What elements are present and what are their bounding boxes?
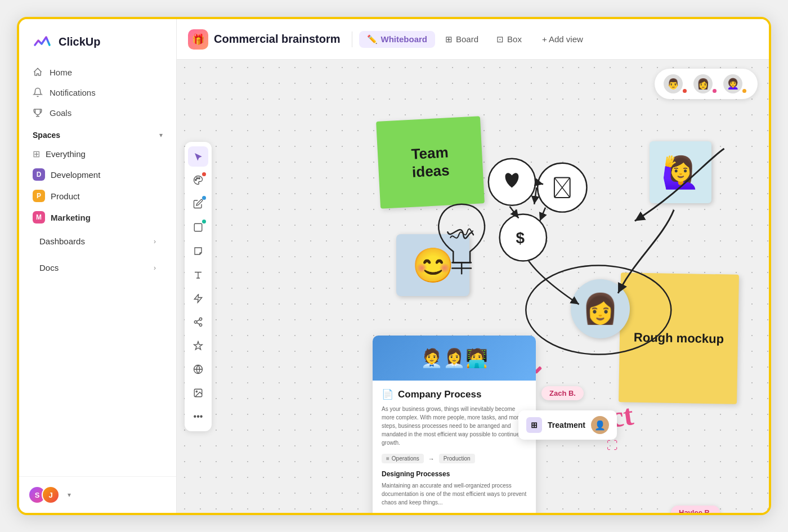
avatar1-status-dot <box>683 89 687 93</box>
svg-point-11 <box>538 163 586 212</box>
tool-share[interactable] <box>188 312 208 332</box>
palette-dot <box>202 172 206 176</box>
cursor-icon: ⛶ <box>607 439 618 452</box>
home-label: Home <box>50 68 72 77</box>
pencil-tool-icon <box>193 199 203 209</box>
flow-from: ≡ Operations <box>382 454 424 463</box>
svg-point-1 <box>196 177 198 178</box>
sidebar-item-everything[interactable]: ⊞ Everything <box>26 144 169 164</box>
zach-label-badge: Zach B. <box>541 386 584 400</box>
sidebar-item-home[interactable]: Home <box>26 62 169 82</box>
man-face-icon: 😊 <box>412 245 454 285</box>
project-icon: 🎁 <box>188 29 208 50</box>
topbar-brand: 🎁 Commercial brainstorm <box>188 29 341 50</box>
view-tabs: ✏️ Whiteboard ⊞ Board ⊡ Box + Add view <box>359 31 591 48</box>
grid-icon: ⊞ <box>33 149 40 159</box>
spaces-chevron-icon: ▾ <box>159 131 163 139</box>
home-icon <box>33 67 43 77</box>
tool-more[interactable]: ••• <box>188 406 208 427</box>
woman2-face-icon: 👩 <box>582 292 619 326</box>
tab-box[interactable]: ⊡ Box <box>489 31 530 48</box>
avatar-j: J <box>42 486 60 504</box>
cursor-tool-icon <box>193 151 203 162</box>
doc-card[interactable]: 🧑‍💼👩‍💼🧑‍💻 📄 Company Process As your busi… <box>373 336 536 513</box>
spaces-label: Spaces <box>33 131 60 140</box>
sidebar-item-marketing[interactable]: M Marketing <box>26 207 169 228</box>
doc-card-flow: ≡ Operations → Production <box>382 454 527 463</box>
doc-header-illustration: 🧑‍💼👩‍💼🧑‍💻 <box>420 347 488 369</box>
sparkle-tool-icon <box>193 341 203 351</box>
sidebar-item-dashboards[interactable]: Dashboards › <box>33 231 163 251</box>
sticky-note-green[interactable]: Teamideas <box>376 116 485 208</box>
svg-point-4 <box>199 318 202 320</box>
flow-arrow-icon: → <box>428 455 435 462</box>
spaces-header[interactable]: Spaces ▾ <box>26 123 169 144</box>
whiteboard-tab-icon: ✏️ <box>367 34 378 44</box>
pencil-dot <box>202 196 206 200</box>
everything-label: Everything <box>46 149 86 159</box>
sticky-tool-icon <box>193 246 203 256</box>
sidebar-bottom[interactable]: S J ▾ <box>19 476 176 513</box>
svg-point-6 <box>199 324 202 327</box>
photo-man: 😊 <box>396 234 469 296</box>
sidebar-item-notifications[interactable]: Notifications <box>26 82 169 102</box>
tool-palette[interactable] <box>188 170 208 190</box>
doc-card-title: 📄 Company Process <box>382 388 527 400</box>
bell-icon <box>33 87 43 97</box>
sidebar-item-goals[interactable]: Goals <box>26 102 169 123</box>
logo-area[interactable]: ClickUp <box>19 19 176 62</box>
tool-text[interactable] <box>188 265 208 285</box>
doc-card-text: As your business grows, things will inev… <box>382 405 527 447</box>
user-avatars: S J <box>28 486 60 504</box>
haylee-label-badge: Haylee B. <box>671 506 720 513</box>
tool-globe[interactable] <box>188 359 208 379</box>
tab-whiteboard[interactable]: ✏️ Whiteboard <box>359 31 436 48</box>
tool-sparkle[interactable] <box>188 336 208 356</box>
clickup-logo-icon <box>33 32 53 52</box>
svg-point-5 <box>194 320 197 323</box>
tool-lightning[interactable] <box>188 288 208 309</box>
box-tab-label: Box <box>507 34 522 44</box>
dashboards-section: Dashboards › <box>26 228 169 254</box>
sidebar-item-development[interactable]: D Development <box>26 164 169 185</box>
trophy-icon <box>33 108 43 118</box>
dashboards-label: Dashboards <box>39 236 85 246</box>
tool-image[interactable] <box>188 383 208 403</box>
tool-square[interactable] <box>188 217 208 238</box>
dev-badge: D <box>33 168 45 181</box>
share-tool-icon <box>193 317 203 327</box>
square-dot <box>202 220 206 223</box>
sticky-green-text: Teamideas <box>411 144 450 181</box>
collaborator-avatar-3: 👩‍🦱 <box>722 73 744 95</box>
palette-tool-icon <box>193 175 203 185</box>
tool-sticky[interactable] <box>188 241 208 261</box>
flow-to: Production <box>439 454 475 463</box>
whiteboard-canvas[interactable]: ••• Teamideas Rough mockup 👨 👩 <box>177 60 769 513</box>
docs-label: Docs <box>39 263 59 272</box>
tool-cursor[interactable] <box>188 146 208 167</box>
topbar: 🎁 Commercial brainstorm ✏️ Whiteboard ⊞ … <box>177 19 769 60</box>
photo-woman-top: 🙋‍♀️ <box>650 141 711 203</box>
doc-icon: 📄 <box>382 388 393 400</box>
development-label: Development <box>51 170 100 180</box>
board-tab-icon: ⊞ <box>445 34 453 44</box>
tool-pencil[interactable] <box>188 194 208 214</box>
doc-card-subtext: Maintaining an accurate and well-organiz… <box>382 481 527 507</box>
sticky-note-yellow[interactable]: Rough mockup <box>619 272 739 404</box>
doc-card-subtitle: Designing Processes <box>382 470 527 478</box>
collaborator-avatars: 👨 👩 👩‍🦱 <box>655 69 758 99</box>
add-view-button[interactable]: + Add view <box>534 31 591 47</box>
sidebar-item-docs[interactable]: Docs › <box>33 258 163 278</box>
box-tab-icon: ⊡ <box>496 34 504 44</box>
square-tool-icon <box>193 222 203 233</box>
lightning-tool-icon <box>193 293 203 303</box>
svg-text:$: $ <box>516 229 525 247</box>
main-area: 🎁 Commercial brainstorm ✏️ Whiteboard ⊞ … <box>177 19 769 513</box>
tab-board[interactable]: ⊞ Board <box>437 31 486 48</box>
product-badge: P <box>33 190 45 202</box>
sidebar-item-product[interactable]: P Product <box>26 185 169 207</box>
collaborator-avatar-2: 👩 <box>692 73 714 95</box>
treatment-card[interactable]: ⊞ Treatment 👤 <box>518 410 617 440</box>
avatar3-status-dot <box>742 89 746 93</box>
image-tool-icon <box>193 388 203 398</box>
